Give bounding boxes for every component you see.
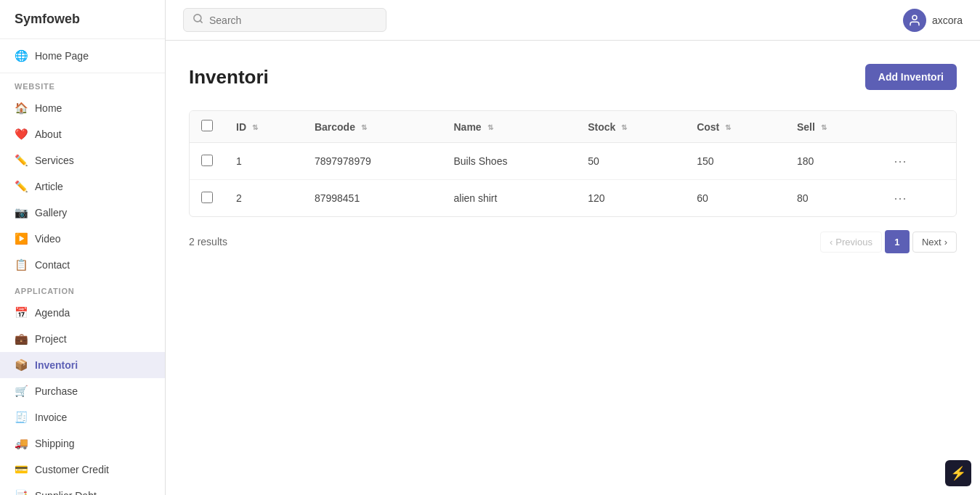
row-1-actions-button[interactable]: ⋯ — [889, 189, 911, 208]
homepage-icon: 🌐 — [15, 49, 28, 62]
sidebar: Symfoweb 🌐 Home Page WEBSITE🏠Home❤️About… — [0, 0, 166, 495]
row-1-cost: 60 — [685, 180, 785, 217]
header-checkbox-col — [190, 111, 224, 143]
user-menu[interactable]: axcora — [903, 9, 963, 32]
agenda-icon: 📅 — [15, 306, 28, 319]
header-stock[interactable]: Stock ⇅ — [576, 111, 685, 143]
inventori-icon: 📦 — [15, 359, 28, 372]
sidebar-item-video[interactable]: ▶️Video — [0, 226, 165, 252]
cost-sort-icon: ⇅ — [725, 123, 731, 131]
sidebar-item-shipping[interactable]: 🚚Shipping — [0, 430, 165, 457]
home-icon: 🏠 — [15, 102, 28, 115]
sidebar-item-contact[interactable]: 📋Contact — [0, 252, 165, 278]
about-icon: ❤️ — [15, 128, 28, 141]
sidebar-item-inventori[interactable]: 📦Inventori — [0, 352, 165, 378]
page-title: Inventori — [189, 66, 269, 89]
previous-button[interactable]: ‹ Previous — [820, 232, 882, 253]
search-input[interactable] — [209, 15, 377, 26]
sidebar-sections: WEBSITE🏠Home❤️About✏️Services✏️Article📷G… — [0, 73, 165, 495]
pagination-controls: ‹ Previous 1 Next › — [820, 230, 957, 253]
row-1-barcode: 87998451 — [303, 180, 442, 217]
sidebar-item-agenda[interactable]: 📅Agenda — [0, 300, 165, 326]
row-1-stock: 120 — [576, 180, 685, 217]
row-1-name: alien shirt — [442, 180, 576, 217]
sidebar-item-project[interactable]: 💼Project — [0, 326, 165, 352]
sidebar-item-label-about: About — [35, 128, 62, 140]
sidebar-item-invoice[interactable]: 🧾Invoice — [0, 404, 165, 430]
sidebar-item-label-purchase: Purchase — [35, 385, 78, 397]
sidebar-item-label-home: Home — [35, 102, 62, 114]
row-0-actions-button[interactable]: ⋯ — [889, 152, 911, 171]
inventori-table: ID ⇅ Barcode ⇅ Name ⇅ Stock ⇅ Cost ⇅ Sel… — [190, 111, 956, 216]
customer-credit-icon: 💳 — [15, 463, 28, 476]
sidebar-item-purchase[interactable]: 🛒Purchase — [0, 378, 165, 404]
header-sell[interactable]: Sell ⇅ — [785, 111, 878, 143]
chevron-left-icon: ‹ — [830, 237, 833, 248]
inventori-table-wrapper: ID ⇅ Barcode ⇅ Name ⇅ Stock ⇅ Cost ⇅ Sel… — [189, 110, 957, 217]
page-number-1[interactable]: 1 — [885, 230, 910, 253]
results-count: 2 results — [189, 236, 227, 248]
invoice-icon: 🧾 — [15, 411, 28, 424]
sidebar-item-customer-credit[interactable]: 💳Customer Credit — [0, 457, 165, 483]
pagination-bar: 2 results ‹ Previous 1 Next › — [189, 230, 957, 253]
row-1-id: 2 — [224, 180, 303, 217]
username-label: axcora — [932, 15, 963, 26]
main-area: axcora Inventori Add Inventori ID ⇅ Barc… — [166, 0, 980, 495]
table-row: 287998451alien shirt1206080⋯ — [190, 180, 956, 217]
sidebar-item-gallery[interactable]: 📷Gallery — [0, 200, 165, 226]
brand-title: Symfoweb — [0, 0, 165, 39]
content-header: Inventori Add Inventori — [189, 64, 957, 90]
sidebar-item-label-gallery: Gallery — [35, 207, 67, 218]
row-0-name: Buils Shoes — [442, 143, 576, 180]
select-all-checkbox[interactable] — [201, 120, 213, 131]
homepage-label: Home Page — [35, 50, 89, 62]
sidebar-item-about[interactable]: ❤️About — [0, 121, 165, 147]
search-icon — [193, 13, 203, 27]
next-button[interactable]: Next › — [912, 232, 957, 253]
header-actions-col — [878, 111, 956, 143]
add-inventori-button[interactable]: Add Inventori — [865, 64, 957, 90]
row-1-sell: 80 — [785, 180, 878, 217]
services-icon: ✏️ — [15, 154, 28, 167]
svg-line-1 — [200, 20, 202, 22]
chevron-right-icon: › — [944, 237, 947, 248]
header-barcode[interactable]: Barcode ⇅ — [303, 111, 442, 143]
id-sort-icon: ⇅ — [252, 123, 258, 131]
row-0-checkbox[interactable] — [201, 155, 213, 166]
header-cost[interactable]: Cost ⇅ — [685, 111, 785, 143]
stock-sort-icon: ⇅ — [621, 123, 627, 131]
video-icon: ▶️ — [15, 232, 28, 245]
sidebar-item-label-contact: Contact — [35, 259, 70, 271]
header-id[interactable]: ID ⇅ — [224, 111, 303, 143]
sell-sort-icon: ⇅ — [821, 123, 827, 131]
search-bar[interactable] — [183, 8, 386, 32]
table-body: 17897978979Buils Shoes50150180⋯287998451… — [190, 143, 956, 217]
sidebar-item-label-services: Services — [35, 155, 74, 166]
topbar: axcora — [166, 0, 980, 41]
symfony-debug-icon[interactable]: ⚡ — [945, 460, 971, 486]
sidebar-item-label-article: Article — [35, 181, 63, 192]
sidebar-item-label-customer-credit: Customer Credit — [35, 464, 109, 475]
content-area: Inventori Add Inventori ID ⇅ Barcode ⇅ N… — [166, 41, 980, 495]
sidebar-homepage[interactable]: 🌐 Home Page — [0, 39, 165, 73]
sidebar-item-home[interactable]: 🏠Home — [0, 95, 165, 121]
sidebar-item-label-invoice: Invoice — [35, 412, 67, 423]
project-icon: 💼 — [15, 332, 28, 345]
row-0-cost: 150 — [685, 143, 785, 180]
svg-point-2 — [912, 15, 917, 20]
sidebar-item-supplier-debt[interactable]: 📑Supplier Debt — [0, 483, 165, 495]
sidebar-item-services[interactable]: ✏️Services — [0, 147, 165, 173]
section-label-website: WEBSITE — [0, 73, 165, 95]
row-0-id: 1 — [224, 143, 303, 180]
name-sort-icon: ⇅ — [487, 123, 493, 131]
row-1-checkbox[interactable] — [201, 192, 213, 203]
sidebar-item-label-inventori: Inventori — [35, 359, 78, 371]
shipping-icon: 🚚 — [15, 437, 28, 450]
contact-icon: 📋 — [15, 258, 28, 271]
gallery-icon: 📷 — [15, 206, 28, 219]
sidebar-item-label-agenda: Agenda — [35, 307, 70, 319]
header-name[interactable]: Name ⇅ — [442, 111, 576, 143]
sidebar-item-label-video: Video — [35, 233, 61, 245]
sidebar-item-article[interactable]: ✏️Article — [0, 173, 165, 200]
avatar — [903, 9, 926, 32]
